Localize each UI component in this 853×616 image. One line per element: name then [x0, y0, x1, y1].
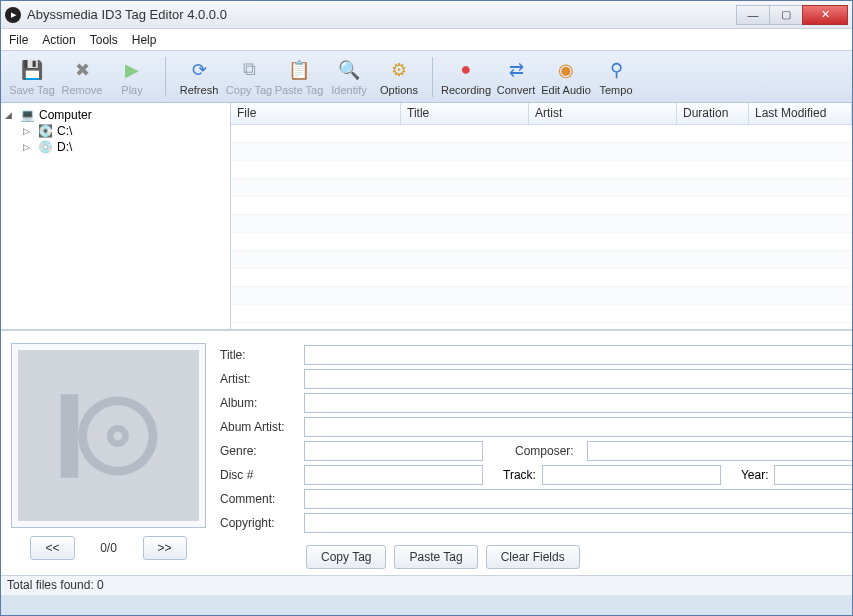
- next-button[interactable]: >>: [143, 536, 187, 560]
- album-field[interactable]: [304, 393, 853, 413]
- window-title: Abyssmedia ID3 Tag Editor 4.0.0.0: [27, 7, 737, 22]
- file-list-body[interactable]: [231, 125, 852, 329]
- composer-label: Composer:: [515, 444, 581, 458]
- clipboard-icon: 📋: [287, 58, 311, 82]
- play-button[interactable]: ▶ Play: [107, 56, 157, 98]
- tree-root[interactable]: ◢ 💻 Computer: [5, 107, 226, 123]
- album-art-box[interactable]: [11, 343, 206, 528]
- sliders-icon: ⚲: [604, 58, 628, 82]
- drive-icon: 💽: [37, 124, 53, 138]
- drive-icon: 💿: [37, 140, 53, 154]
- paste-tag-button[interactable]: 📋 Paste Tag: [274, 56, 324, 98]
- album-artist-label: Abum Artist:: [220, 420, 298, 434]
- paste-tag-button-2[interactable]: Paste Tag: [394, 545, 477, 569]
- tree-drive[interactable]: ▷ 💿 D:\: [5, 139, 226, 155]
- options-button[interactable]: ⚙ Options: [374, 56, 424, 98]
- copyright-label: Copyright:: [220, 516, 298, 530]
- x-icon: ✖: [70, 58, 94, 82]
- table-row: [231, 161, 852, 179]
- tree-drive[interactable]: ▷ 💽 C:\: [5, 123, 226, 139]
- floppy-icon: 💾: [20, 58, 44, 82]
- comment-label: Comment:: [220, 492, 298, 506]
- table-row: [231, 179, 852, 197]
- column-header-row: File Title Artist Duration Last Modified: [231, 103, 852, 125]
- clear-fields-button[interactable]: Clear Fields: [486, 545, 580, 569]
- copy-tag-button[interactable]: ⧉ Copy Tag: [224, 56, 274, 98]
- artist-field[interactable]: [304, 369, 853, 389]
- collapse-icon[interactable]: ◢: [5, 110, 15, 120]
- table-row: [231, 143, 852, 161]
- convert-button[interactable]: ⇄ Convert: [491, 56, 541, 98]
- tag-editor: << 0/0 >> Title: Artist: Album: Abum Art…: [1, 330, 852, 575]
- year-field[interactable]: [774, 465, 853, 485]
- maximize-button[interactable]: ▢: [769, 5, 803, 25]
- menu-tools[interactable]: Tools: [90, 33, 118, 47]
- comment-field[interactable]: [304, 489, 853, 509]
- nav-count: 0/0: [91, 541, 127, 555]
- col-artist[interactable]: Artist: [529, 103, 677, 124]
- expand-icon[interactable]: ▷: [23, 142, 33, 152]
- table-row: [231, 287, 852, 305]
- album-label: Album:: [220, 396, 298, 410]
- menubar: File Action Tools Help: [1, 29, 852, 51]
- year-label: Year:: [741, 468, 769, 482]
- expand-icon[interactable]: ▷: [23, 126, 33, 136]
- table-row: [231, 233, 852, 251]
- copyright-field[interactable]: [304, 513, 853, 533]
- gear-icon: ⚙: [387, 58, 411, 82]
- search-icon: 🔍: [337, 58, 361, 82]
- table-row: [231, 251, 852, 269]
- play-icon: ▶: [120, 58, 144, 82]
- prev-button[interactable]: <<: [30, 536, 74, 560]
- track-field[interactable]: [542, 465, 721, 485]
- title-field[interactable]: [304, 345, 853, 365]
- genre-field[interactable]: [304, 441, 483, 461]
- wave-icon: ◉: [554, 58, 578, 82]
- table-row: [231, 197, 852, 215]
- statusbar: Total files found: 0: [1, 575, 852, 595]
- mic-icon: ●: [454, 58, 478, 82]
- remove-button[interactable]: ✖ Remove: [57, 56, 107, 98]
- refresh-button[interactable]: ⟳ Refresh: [174, 56, 224, 98]
- menu-action[interactable]: Action: [42, 33, 75, 47]
- title-label: Title:: [220, 348, 298, 362]
- table-row: [231, 125, 852, 143]
- disc-label: Disc #: [220, 468, 298, 482]
- titlebar: Abyssmedia ID3 Tag Editor 4.0.0.0 — ▢ ✕: [1, 1, 852, 29]
- col-duration[interactable]: Duration: [677, 103, 749, 124]
- copy-tag-button-2[interactable]: Copy Tag: [306, 545, 386, 569]
- col-modified[interactable]: Last Modified: [749, 103, 852, 124]
- disc-field[interactable]: [304, 465, 483, 485]
- recording-button[interactable]: ● Recording: [441, 56, 491, 98]
- refresh-icon: ⟳: [187, 58, 211, 82]
- copy-icon: ⧉: [237, 58, 261, 82]
- col-title[interactable]: Title: [401, 103, 529, 124]
- save-tag-button[interactable]: 💾 Save Tag: [7, 56, 57, 98]
- toolbar-separator: [432, 57, 433, 97]
- folder-tree[interactable]: ◢ 💻 Computer ▷ 💽 C:\ ▷ 💿 D:\: [1, 103, 231, 329]
- artist-label: Artist:: [220, 372, 298, 386]
- composer-field[interactable]: [587, 441, 853, 461]
- close-button[interactable]: ✕: [802, 5, 848, 25]
- menu-help[interactable]: Help: [132, 33, 157, 47]
- table-row: [231, 269, 852, 287]
- col-file[interactable]: File: [231, 103, 401, 124]
- album-artist-field[interactable]: [304, 417, 853, 437]
- edit-audio-button[interactable]: ◉ Edit Audio: [541, 56, 591, 98]
- svg-point-4: [113, 431, 122, 440]
- file-list[interactable]: File Title Artist Duration Last Modified: [231, 103, 852, 329]
- identify-button[interactable]: 🔍 Identify: [324, 56, 374, 98]
- cd-placeholder-icon: [54, 381, 164, 491]
- genre-label: Genre:: [220, 444, 298, 458]
- app-icon: [5, 7, 21, 23]
- convert-icon: ⇄: [504, 58, 528, 82]
- status-text: Total files found: 0: [7, 578, 104, 592]
- minimize-button[interactable]: —: [736, 5, 770, 25]
- computer-icon: 💻: [19, 108, 35, 122]
- toolbar: 💾 Save Tag ✖ Remove ▶ Play ⟳ Refresh ⧉ C…: [1, 51, 852, 103]
- menu-file[interactable]: File: [9, 33, 28, 47]
- toolbar-separator: [165, 57, 166, 97]
- tempo-button[interactable]: ⚲ Tempo: [591, 56, 641, 98]
- track-label: Track:: [503, 468, 536, 482]
- table-row: [231, 215, 852, 233]
